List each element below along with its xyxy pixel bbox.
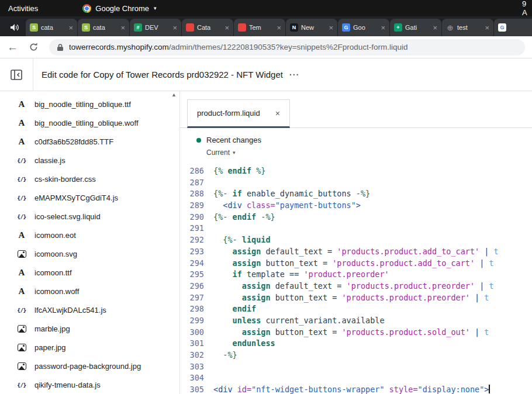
globe-favicon: ⊕ — [446, 23, 454, 32]
file-name: icomoon.ttf — [34, 268, 72, 277]
browser-toolbar: ← towerrecords.myshopify.com/admin/theme… — [0, 36, 532, 58]
activities-button[interactable]: Activities — [0, 0, 46, 16]
file-name: icomoon.woff — [34, 287, 79, 296]
browser-tab[interactable]: GGoo× — [338, 19, 389, 36]
file-item[interactable]: marble.jpg — [0, 319, 179, 338]
tab-close-icon[interactable]: × — [485, 23, 489, 32]
code-line[interactable]: 301 endunless — [180, 338, 532, 350]
tab-close-icon[interactable]: × — [277, 23, 281, 32]
file-item[interactable]: {/}lfcAXLwjkDALc541.js — [0, 300, 179, 319]
code-editor-pane: product-form.liquid × Recent changes Cur… — [180, 91, 532, 394]
code-line[interactable]: 303 — [180, 361, 532, 373]
editor-tab-close-icon[interactable]: × — [275, 109, 280, 118]
sidebar-scrollbar-up-icon[interactable]: ▲ — [171, 92, 177, 98]
code-line[interactable]: 298 endif — [180, 303, 532, 315]
version-dropdown[interactable]: Current ▾ — [206, 148, 236, 157]
editor-tab-product-form[interactable]: product-form.liquid × — [187, 99, 290, 128]
browser-tab-title: Cata — [197, 24, 222, 31]
line-number: 295 — [180, 269, 204, 281]
tab-close-icon[interactable]: × — [329, 23, 333, 32]
code-line[interactable]: 297 assign button_text = 'products.produ… — [180, 292, 532, 304]
google-docs-favicon: G — [342, 23, 350, 32]
file-item[interactable]: {/}classie.js — [0, 151, 179, 170]
file-name: qikify-tmenu-data.js — [34, 381, 101, 389]
code-line[interactable]: 293 assign default_text = 'products.prod… — [180, 246, 532, 258]
more-actions-button[interactable]: ⋯ — [289, 68, 300, 81]
browser-tab[interactable]: NNew× — [286, 19, 337, 36]
back-button[interactable]: ← — [7, 42, 18, 53]
code-line[interactable]: 289 <div class="payment-buttons"> — [180, 200, 532, 212]
dark-app-favicon: N — [290, 23, 298, 32]
code-line[interactable]: 295 if template == 'product.preorder' — [180, 269, 532, 281]
file-item[interactable]: Aicomoon.ttf — [0, 263, 179, 282]
code-file-icon: {/} — [16, 176, 27, 182]
file-item[interactable]: Aicomoon.eot — [0, 226, 179, 244]
code-file-icon: {/} — [16, 157, 27, 164]
font-file-icon: A — [16, 99, 27, 109]
tab-close-icon[interactable]: × — [381, 23, 385, 32]
browser-tab[interactable]: Tem× — [234, 19, 285, 36]
code-line[interactable]: 292 {%- liquid — [180, 234, 532, 246]
browser-tab[interactable]: G× — [494, 19, 532, 36]
code-line[interactable]: 299 unless current_variant.available — [180, 315, 532, 327]
font-file-icon: A — [16, 286, 27, 296]
recent-changes-row: Recent changes — [196, 136, 532, 144]
app-menu[interactable]: Google Chrome ▾ — [82, 4, 156, 13]
file-item[interactable]: Abig_noodle_titling_oblique.woff — [0, 113, 179, 132]
file-item[interactable]: {/}ico-select.svg.liquid — [0, 207, 179, 226]
code-line[interactable]: 290{%- endif -%} — [180, 212, 532, 223]
file-item[interactable]: Ac0df3a6b528fdd85.TTF — [0, 132, 179, 151]
tab-close-icon[interactable]: × — [68, 23, 73, 32]
shopify-favicon: S — [30, 23, 38, 32]
image-file-icon — [16, 362, 27, 370]
chevron-down-icon: ▾ — [154, 5, 157, 11]
file-item[interactable]: {/}qikify-tmenu-data.js — [0, 375, 179, 394]
file-name: lfcAXLwjkDALc541.js — [34, 306, 106, 314]
code-line[interactable]: 305<div id="nft-widget-buttons-wrapper" … — [180, 384, 532, 394]
line-number: 297 — [180, 292, 204, 304]
font-file-icon: A — [16, 118, 27, 128]
file-item[interactable]: {/}eMAPMXSyTCgGdiT4.js — [0, 188, 179, 207]
code-line[interactable]: 302 -%} — [180, 350, 532, 361]
line-number: 291 — [180, 223, 204, 234]
browser-tab[interactable]: #DEV× — [130, 19, 181, 36]
file-name: ico-select.svg.liquid — [34, 212, 101, 221]
file-item[interactable]: paper.jpg — [0, 338, 179, 357]
browser-tab[interactable]: ⊕test× — [442, 19, 493, 36]
collapse-sidebar-button[interactable] — [0, 58, 33, 91]
file-item[interactable]: icomoon.svg — [0, 244, 179, 263]
code-line[interactable]: 291 — [180, 223, 532, 234]
file-name: password-page-background.jpg — [34, 362, 141, 371]
system-status-text: 9 A — [522, 0, 532, 16]
url-domain: towerrecords.myshopify.com — [69, 43, 169, 51]
text-cursor — [489, 385, 490, 393]
browser-tab[interactable]: +Gati× — [390, 19, 441, 36]
tab-close-icon[interactable]: × — [224, 23, 229, 32]
tab-close-icon[interactable]: × — [120, 23, 125, 32]
file-item[interactable]: {/}cs-skin-border.css — [0, 170, 179, 188]
code-area[interactable]: 286{% endif %}287288{%- if enable_dynami… — [180, 165, 532, 394]
code-line[interactable]: 300 assign button_text = 'products.produ… — [180, 327, 532, 338]
file-item[interactable]: password-page-background.jpg — [0, 357, 179, 375]
speaker-icon — [4, 19, 26, 36]
url-text: towerrecords.myshopify.com/admin/themes/… — [69, 43, 407, 51]
chrome-logo-icon — [82, 4, 91, 13]
browser-tab[interactable]: Scata× — [26, 19, 77, 36]
browser-tab[interactable]: Cata× — [182, 19, 233, 36]
code-line[interactable]: 288{%- if enable_dynamic_buttons -%} — [180, 188, 532, 200]
reload-button[interactable] — [29, 42, 39, 52]
tab-close-icon[interactable]: × — [172, 23, 177, 32]
tab-close-icon[interactable]: × — [433, 23, 437, 32]
browser-tab[interactable]: Scata× — [78, 19, 129, 36]
line-number: 305 — [180, 384, 204, 394]
code-line[interactable]: 286{% endif %} — [180, 165, 532, 177]
browser-tab-strip-tabs: Scata×Scata×#DEV×Cata×Tem×NNew×GGoo×+Gat… — [26, 19, 532, 36]
code-line[interactable]: 296 assign default_text = 'products.prod… — [180, 281, 532, 292]
code-line[interactable]: 294 assign button_text = 'products.produ… — [180, 258, 532, 269]
code-line[interactable]: 287 — [180, 177, 532, 189]
address-bar[interactable]: towerrecords.myshopify.com/admin/themes/… — [49, 39, 525, 56]
browser-tab-title: DEV — [145, 24, 170, 31]
file-item[interactable]: Aicomoon.woff — [0, 282, 179, 300]
code-line[interactable]: 304 — [180, 372, 532, 384]
file-item[interactable]: Abig_noodle_titling_oblique.ttf — [0, 95, 179, 113]
